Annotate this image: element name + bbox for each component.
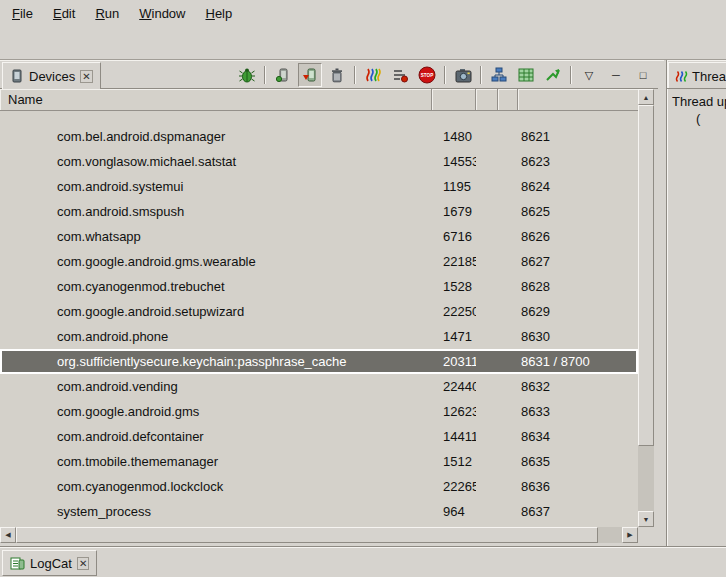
- close-icon[interactable]: ✕: [77, 557, 89, 570]
- cell-name: com.android.phone: [0, 329, 432, 344]
- svg-text:STOP: STOP: [421, 73, 433, 78]
- column-header-pid[interactable]: [432, 89, 476, 111]
- minimize-icon[interactable]: ─: [604, 63, 628, 87]
- close-icon[interactable]: ✕: [80, 70, 92, 83]
- cause-gc-icon[interactable]: [325, 63, 349, 87]
- scroll-up-icon[interactable]: ▲: [638, 89, 654, 105]
- cell-pid: 964: [432, 504, 476, 519]
- menu-window[interactable]: Window: [129, 3, 195, 24]
- maximize-icon[interactable]: □: [631, 63, 655, 87]
- tab-threads-label: Threa: [692, 69, 726, 84]
- view-menu-icon[interactable]: ▽: [577, 63, 601, 87]
- tab-threads[interactable]: Threa: [668, 62, 726, 89]
- cell-port: 8634: [518, 429, 638, 444]
- table-row-selected[interactable]: org.sufficientlysecure.keychain:passphra…: [0, 349, 638, 374]
- bottom-tabbar: LogCat ✕: [0, 546, 726, 577]
- tab-devices[interactable]: Devices ✕: [2, 62, 101, 89]
- cell-port: 8632: [518, 379, 638, 394]
- stop-process-icon[interactable]: STOP: [415, 63, 439, 87]
- cell-pid: 1512: [432, 454, 476, 469]
- table-row[interactable]: system_process9648637: [0, 499, 638, 524]
- vertical-scrollbar[interactable]: ▲ ▼: [638, 89, 654, 527]
- menu-file[interactable]: File: [2, 3, 43, 24]
- dump-hprof-icon[interactable]: [298, 63, 322, 87]
- cell-port: 8630: [518, 329, 638, 344]
- table-row[interactable]: com.android.phone14718630: [0, 324, 638, 349]
- cell-port: 8637: [518, 504, 638, 519]
- scroll-left-icon[interactable]: ◀: [0, 527, 16, 543]
- toolbar-separator: [444, 66, 446, 84]
- table-row[interactable]: com.android.defcontainer144118634: [0, 424, 638, 449]
- scrollbar-corner: [638, 527, 654, 543]
- cell-pid: 6716: [432, 229, 476, 244]
- cell-name: com.bel.android.dspmanager: [0, 129, 432, 144]
- cell-port: 8627: [518, 254, 638, 269]
- table-row[interactable]: com.whatsapp67168626: [0, 224, 638, 249]
- menu-edit[interactable]: Edit: [43, 3, 85, 24]
- cell-pid: 1679: [432, 204, 476, 219]
- table-row[interactable]: com.google.android.gms126238633: [0, 399, 638, 424]
- table-row[interactable]: com.vonglasow.michael.satstat145538623: [0, 149, 638, 174]
- device-icon: [10, 69, 24, 83]
- start-method-profiling-icon[interactable]: [388, 63, 412, 87]
- capture-systrace-icon[interactable]: [514, 63, 538, 87]
- column-header-port[interactable]: [518, 89, 638, 111]
- scroll-right-icon[interactable]: ▶: [622, 527, 638, 543]
- cell-port: 8624: [518, 179, 638, 194]
- cell-name: com.google.android.gms.wearable: [0, 254, 432, 269]
- column-header-4[interactable]: [498, 89, 518, 111]
- horizontal-scrollbar[interactable]: ◀ ▶: [0, 527, 638, 543]
- logcat-icon: [10, 556, 25, 570]
- menu-help[interactable]: Help: [195, 3, 242, 24]
- cell-port: 8635: [518, 454, 638, 469]
- table-row[interactable]: com.bel.android.dspmanager14808621: [0, 124, 638, 149]
- cell-name: com.vonglasow.michael.satstat: [0, 154, 432, 169]
- table-row[interactable]: com.tmobile.thememanager15128635: [0, 449, 638, 474]
- cell-port: 8631 / 8700: [518, 354, 638, 369]
- tab-logcat-label: LogCat: [30, 556, 72, 571]
- cell-pid: 1528: [432, 279, 476, 294]
- horizontal-scroll-thumb[interactable]: [16, 527, 598, 543]
- dump-view-hierarchy-icon[interactable]: [487, 63, 511, 87]
- cell-name: com.google.android.gms: [0, 404, 432, 419]
- table-row[interactable]: com.android.systemui11958624: [0, 174, 638, 199]
- threads-message-line1: Thread up: [672, 93, 726, 110]
- cell-pid: 22250: [432, 304, 476, 319]
- horizontal-scroll-track[interactable]: [16, 527, 622, 543]
- show-heap-updates-icon[interactable]: [271, 63, 295, 87]
- table-row[interactable]: com.cyanogenmod.lockclock222658636: [0, 474, 638, 499]
- update-threads-icon[interactable]: [361, 63, 385, 87]
- cell-name: com.cyanogenmod.trebuchet: [0, 279, 432, 294]
- tab-logcat[interactable]: LogCat ✕: [2, 550, 97, 576]
- cell-port: 8626: [518, 229, 638, 244]
- table-row[interactable]: com.cyanogenmod.trebuchet15288628: [0, 274, 638, 299]
- table-row[interactable]: com.google.android.gms.wearable221858627: [0, 249, 638, 274]
- cell-name: com.cyanogenmod.lockclock: [0, 479, 432, 494]
- toolbar-separator: [570, 66, 572, 84]
- cell-port: 8621: [518, 129, 638, 144]
- cell-pid: 1471: [432, 329, 476, 344]
- table-row[interactable]: com.android.vending224408632: [0, 374, 638, 399]
- start-opengl-trace-icon[interactable]: [541, 63, 565, 87]
- column-header-name[interactable]: Name: [0, 89, 432, 111]
- cell-pid: 1480: [432, 129, 476, 144]
- device-table-header: Name: [0, 89, 638, 111]
- cell-port: 8628: [518, 279, 638, 294]
- cell-pid: 22440: [432, 379, 476, 394]
- debug-process-icon[interactable]: [235, 63, 259, 87]
- cell-name: system_process: [0, 504, 432, 519]
- vertical-scroll-thumb[interactable]: [638, 105, 654, 446]
- main-area: Devices ✕: [0, 60, 726, 546]
- table-row[interactable]: com.google.android.setupwizard222508629: [0, 299, 638, 324]
- vertical-scroll-track[interactable]: [638, 105, 654, 511]
- screen-capture-icon[interactable]: [451, 63, 475, 87]
- toolbar-separator: [354, 66, 356, 84]
- menu-run[interactable]: Run: [85, 3, 129, 24]
- main-toolbar: [0, 26, 726, 60]
- column-header-3[interactable]: [476, 89, 498, 111]
- cell-name: com.tmobile.thememanager: [0, 454, 432, 469]
- device-table-body: com.bel.android.dspmanager14808621com.vo…: [0, 111, 638, 527]
- cell-name: org.sufficientlysecure.keychain:passphra…: [0, 354, 432, 369]
- scroll-down-icon[interactable]: ▼: [638, 511, 654, 527]
- table-row[interactable]: com.android.smspush16798625: [0, 199, 638, 224]
